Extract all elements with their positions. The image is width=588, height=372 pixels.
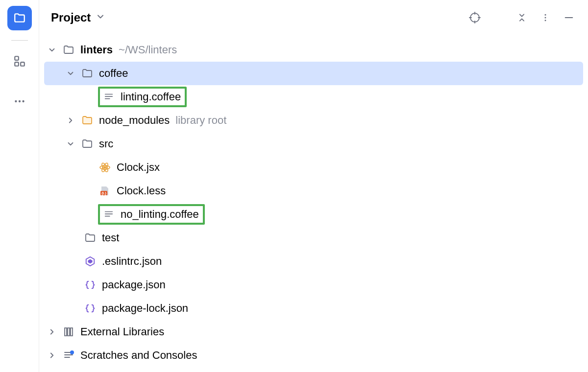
- node-hint: ~/WS/linters: [119, 44, 177, 56]
- json-file-icon: [83, 278, 97, 292]
- text-file-icon: [102, 208, 116, 221]
- expand-toggle[interactable]: [65, 115, 76, 126]
- node-label: no_linting.coffee: [121, 208, 199, 221]
- less-file-icon: {L}: [98, 184, 112, 198]
- expand-toggle[interactable]: [46, 44, 58, 56]
- highlight-box: linting.coffee: [98, 87, 187, 107]
- svg-rect-2: [21, 62, 24, 66]
- folder-icon: [62, 43, 75, 57]
- folder-icon: [80, 67, 94, 80]
- separator: [11, 40, 28, 41]
- node-label: linters: [80, 44, 113, 56]
- expand-toggle[interactable]: [46, 349, 58, 361]
- tree-node-src[interactable]: src: [39, 132, 588, 156]
- tree-node-no-linting-coffee[interactable]: no_linting.coffee: [39, 203, 588, 226]
- svg-marker-28: [88, 259, 92, 263]
- more-vertical-icon: [540, 13, 550, 23]
- svg-rect-0: [15, 56, 19, 60]
- expand-collapse-button[interactable]: [490, 9, 507, 26]
- node-label: .eslintrc.json: [102, 255, 162, 268]
- project-header: Project: [39, 0, 588, 35]
- highlight-box: no_linting.coffee: [98, 204, 205, 225]
- eslint-file-icon: [83, 255, 97, 268]
- tree-node-scratches[interactable]: Scratches and Consoles: [39, 344, 588, 367]
- svg-rect-1: [15, 62, 19, 66]
- tree-node-package-json[interactable]: package.json: [39, 273, 588, 297]
- folder-icon: [80, 137, 94, 151]
- scratches-icon: [62, 349, 75, 362]
- minimize-icon: [564, 12, 574, 23]
- tree-node-test[interactable]: test: [39, 226, 588, 250]
- project-view-title[interactable]: Project: [51, 11, 91, 24]
- tree-node-package-lock[interactable]: package-lock.json: [39, 297, 588, 320]
- tree-node-root[interactable]: linters ~/WS/linters: [39, 38, 588, 62]
- svg-point-3: [15, 100, 17, 102]
- project-tree[interactable]: linters ~/WS/linters coffee linting.coff…: [39, 35, 588, 372]
- tree-node-coffee[interactable]: coffee: [44, 62, 583, 85]
- chevron-right-icon: [66, 116, 75, 125]
- hide-button[interactable]: [561, 9, 577, 26]
- more-tool-button[interactable]: [10, 92, 29, 111]
- svg-point-35: [70, 350, 74, 354]
- svg-rect-31: [71, 328, 73, 336]
- options-button[interactable]: [537, 9, 554, 26]
- svg-point-4: [18, 100, 20, 102]
- view-selector-button[interactable]: [96, 12, 105, 24]
- node-label: package-lock.json: [102, 302, 188, 315]
- more-horizontal-icon: [13, 95, 26, 108]
- expand-collapse-icon: [493, 13, 503, 23]
- svg-point-12: [545, 17, 546, 19]
- node-hint: library root: [175, 114, 226, 127]
- text-file-icon: [102, 90, 116, 104]
- node-label: src: [99, 138, 113, 150]
- svg-point-11: [545, 14, 546, 16]
- svg-text:{L}: {L}: [101, 191, 106, 195]
- tree-node-node-modules[interactable]: node_modules library root: [39, 109, 588, 132]
- svg-point-13: [545, 20, 546, 21]
- tree-node-clock-jsx[interactable]: Clock.jsx: [39, 156, 588, 179]
- chevron-right-icon: [48, 351, 56, 360]
- react-file-icon: [98, 161, 112, 174]
- node-label: test: [102, 232, 119, 244]
- node-label: Clock.jsx: [117, 161, 160, 174]
- tree-node-eslintrc[interactable]: .eslintrc.json: [39, 250, 588, 273]
- collapse-all-button[interactable]: [514, 9, 530, 26]
- libraries-icon: [62, 325, 75, 339]
- expand-toggle[interactable]: [65, 138, 76, 150]
- svg-point-5: [22, 100, 24, 102]
- svg-rect-29: [65, 328, 67, 336]
- folder-icon: [13, 12, 26, 24]
- node-label: linting.coffee: [121, 91, 181, 103]
- tree-node-external-libraries[interactable]: External Libraries: [39, 320, 588, 344]
- node-label: External Libraries: [80, 326, 164, 338]
- node-label: coffee: [99, 67, 128, 80]
- node-label: package.json: [102, 279, 166, 291]
- expand-toggle[interactable]: [65, 68, 76, 79]
- chevron-right-icon: [48, 327, 56, 336]
- structure-icon: [13, 55, 26, 68]
- chevron-down-icon: [66, 69, 75, 78]
- json-file-icon: [83, 302, 97, 315]
- svg-point-18: [104, 166, 106, 168]
- library-folder-icon: [80, 114, 94, 127]
- folder-icon: [83, 231, 97, 245]
- chevron-down-icon: [66, 140, 75, 148]
- node-label: node_modules: [99, 114, 170, 127]
- select-opened-file-button[interactable]: [466, 9, 483, 26]
- node-label: Scratches and Consoles: [80, 349, 197, 362]
- collapse-all-icon: [517, 13, 527, 23]
- tool-window-strip: [0, 0, 39, 372]
- tree-node-linting-coffee[interactable]: linting.coffee: [39, 85, 588, 109]
- svg-rect-30: [68, 328, 70, 336]
- chevron-down-icon: [96, 12, 105, 22]
- tree-node-clock-less[interactable]: {L} Clock.less: [39, 179, 588, 203]
- expand-toggle[interactable]: [46, 326, 58, 338]
- node-label: Clock.less: [117, 185, 166, 197]
- locate-icon: [469, 12, 481, 23]
- structure-tool-button[interactable]: [10, 51, 29, 71]
- project-tool-button[interactable]: [7, 6, 32, 30]
- project-tool-window: Project linte: [39, 0, 588, 372]
- chevron-down-icon: [48, 46, 56, 54]
